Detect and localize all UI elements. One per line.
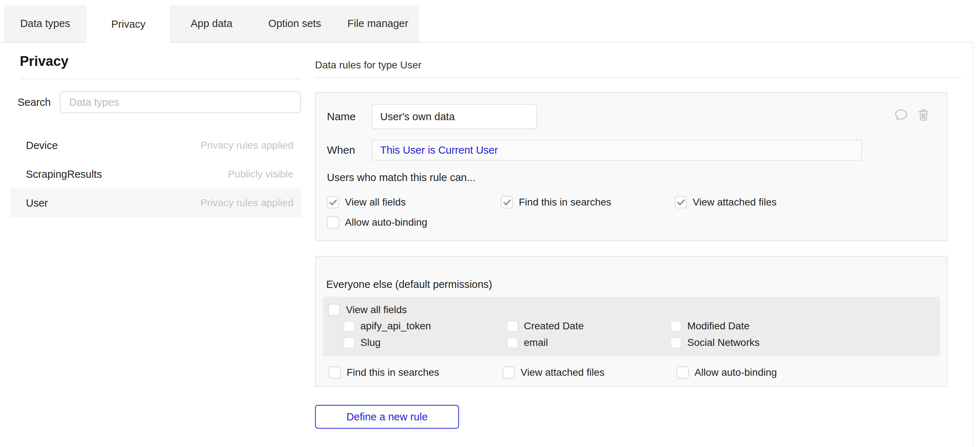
search-label: Search — [18, 97, 60, 108]
when-condition-link[interactable]: This User is Current User — [380, 144, 498, 156]
checkbox-slug[interactable]: Slug — [344, 334, 507, 351]
checkbox-social-networks[interactable]: Social Networks — [670, 334, 834, 351]
name-label: Name — [327, 110, 372, 123]
search-input[interactable] — [60, 91, 301, 113]
checkbox-box — [327, 216, 339, 229]
checkbox-box — [670, 321, 681, 332]
tab-privacy[interactable]: Privacy — [87, 4, 170, 44]
data-type-name: User — [26, 197, 48, 209]
when-condition-box[interactable]: This User is Current User — [372, 140, 862, 161]
checkbox-box — [675, 196, 687, 208]
checkbox-view-attached-files[interactable]: View attached files — [675, 192, 849, 212]
default-checkbox-view-attached-files[interactable]: View attached files — [503, 364, 676, 381]
sidebar-divider — [20, 78, 301, 79]
checkbox-box — [344, 337, 355, 348]
checkbox-box — [507, 321, 518, 332]
checkbox-apify-api-token[interactable]: apify_api_token — [344, 318, 507, 334]
search-row: Search — [10, 91, 301, 113]
page-title: Data rules for type User — [315, 59, 973, 71]
checkbox-allow-auto-binding[interactable]: Allow auto-binding — [327, 212, 501, 232]
checkbox-box — [503, 366, 515, 379]
checkbox-box — [329, 366, 341, 379]
field-checkbox-grid: apify_api_token Created Date Modified Da… — [344, 318, 848, 351]
sidebar-title: Privacy — [20, 53, 301, 69]
default-permissions-card: Everyone else (default permissions) View… — [315, 256, 948, 387]
checkbox-box — [676, 366, 689, 379]
define-new-rule-button[interactable]: Define a new rule — [315, 405, 459, 429]
sidebar: Privacy Search Device Privacy rules appl… — [10, 50, 301, 217]
default-permissions: Find this in searches View attached file… — [329, 364, 869, 381]
main-panel: Data rules for type User — [315, 50, 973, 429]
list-item-device[interactable]: Device Privacy rules applied — [10, 131, 301, 160]
checkbox-box — [327, 196, 339, 208]
checkbox-box — [670, 337, 681, 348]
list-item-user[interactable]: User Privacy rules applied — [10, 189, 301, 217]
default-checkbox-allow-auto-binding[interactable]: Allow auto-binding — [676, 364, 850, 381]
checkbox-email[interactable]: email — [507, 334, 670, 351]
main-header-divider — [315, 77, 961, 78]
rule-card: Name When This User is Current User User… — [315, 92, 948, 241]
data-type-list: Device Privacy rules applied ScrapingRes… — [10, 131, 301, 217]
tab-data-types[interactable]: Data types — [3, 5, 87, 42]
list-item-scrapingresults[interactable]: ScrapingResults Publicly visible — [10, 160, 301, 189]
comment-icon[interactable] — [894, 107, 909, 122]
rule-when-row: When This User is Current User — [327, 140, 947, 161]
checkbox-find-this-in-searches[interactable]: Find this in searches — [501, 192, 675, 212]
tab-app-data[interactable]: App data — [170, 5, 253, 42]
checkbox-box — [328, 304, 340, 316]
privacy-settings-page: Data types Privacy App data Option sets … — [0, 0, 980, 447]
checkbox-view-all-fields[interactable]: View all fields — [327, 192, 501, 212]
tab-bar: Data types Privacy App data Option sets … — [3, 5, 420, 44]
privacy-status-badge: Privacy rules applied — [200, 140, 293, 151]
delete-icon[interactable] — [916, 107, 931, 122]
when-label: When — [327, 144, 372, 156]
tab-option-sets[interactable]: Option sets — [253, 5, 336, 42]
checkbox-box — [344, 321, 355, 332]
checkbox-modified-date[interactable]: Modified Date — [670, 318, 834, 334]
privacy-status-badge: Privacy rules applied — [200, 197, 293, 209]
data-type-name: Device — [26, 140, 58, 151]
checkbox-box — [507, 337, 518, 348]
data-type-name: ScrapingResults — [26, 169, 102, 180]
checkbox-created-date[interactable]: Created Date — [507, 318, 670, 334]
tab-file-manager[interactable]: File manager — [336, 5, 420, 42]
rule-permissions: View all fields Find this in searches Vi… — [327, 192, 867, 232]
rule-card-actions — [894, 107, 931, 122]
rule-name-input[interactable] — [372, 104, 537, 129]
default-checkbox-view-all-fields[interactable]: View all fields — [328, 302, 502, 318]
fields-panel: View all fields apify_api_token Created … — [323, 297, 940, 356]
default-card-title: Everyone else (default permissions) — [326, 257, 947, 290]
checkbox-box — [501, 196, 513, 208]
rule-name-row: Name — [327, 104, 947, 129]
privacy-status-badge: Publicly visible — [228, 169, 293, 180]
default-checkbox-find-this-in-searches[interactable]: Find this in searches — [329, 364, 503, 381]
permissions-intro: Users who match this rule can... — [327, 172, 947, 183]
